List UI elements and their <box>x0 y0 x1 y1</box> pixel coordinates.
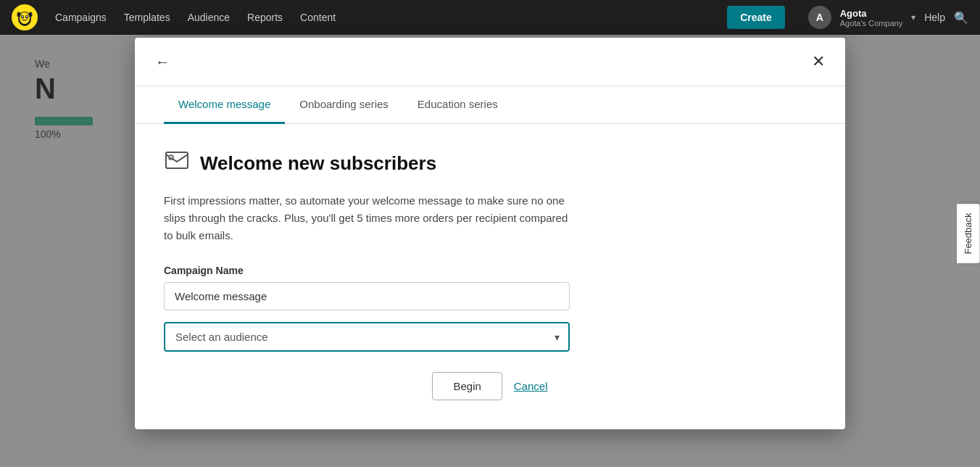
tab-education-series[interactable]: Education series <box>403 86 512 124</box>
close-button[interactable]: ✕ <box>809 49 828 74</box>
modal-tabs: Welcome message Onboarding series Educat… <box>135 86 845 124</box>
begin-button[interactable]: Begin <box>432 372 502 400</box>
audience-select-wrapper: Select an audience ▾ <box>164 322 570 352</box>
modal-title-row: Welcome new subscribers <box>164 147 816 179</box>
tab-onboarding-series[interactable]: Onboarding series <box>285 86 403 124</box>
back-button[interactable]: ← <box>152 51 173 73</box>
modal-overlay: ← ✕ Welcome message Onboarding series Ed… <box>0 0 980 467</box>
tab-welcome-message[interactable]: Welcome message <box>164 86 285 124</box>
modal-dialog: ← ✕ Welcome message Onboarding series Ed… <box>135 38 845 429</box>
modal-description: First impressions matter, so automate yo… <box>164 192 570 244</box>
campaign-name-input[interactable] <box>164 282 570 310</box>
feedback-tab[interactable]: Feedback <box>957 203 980 263</box>
feedback-container: Feedback <box>957 203 980 263</box>
svg-rect-9 <box>166 152 188 168</box>
audience-select[interactable]: Select an audience <box>164 322 570 352</box>
welcome-icon <box>164 147 190 179</box>
modal-title: Welcome new subscribers <box>200 152 436 175</box>
cancel-button[interactable]: Cancel <box>514 380 548 392</box>
modal-topbar: ← ✕ <box>135 38 845 86</box>
modal-actions: Begin Cancel <box>164 372 816 400</box>
campaign-name-label: Campaign Name <box>164 265 816 276</box>
modal-body: Welcome new subscribers First impression… <box>135 124 845 429</box>
